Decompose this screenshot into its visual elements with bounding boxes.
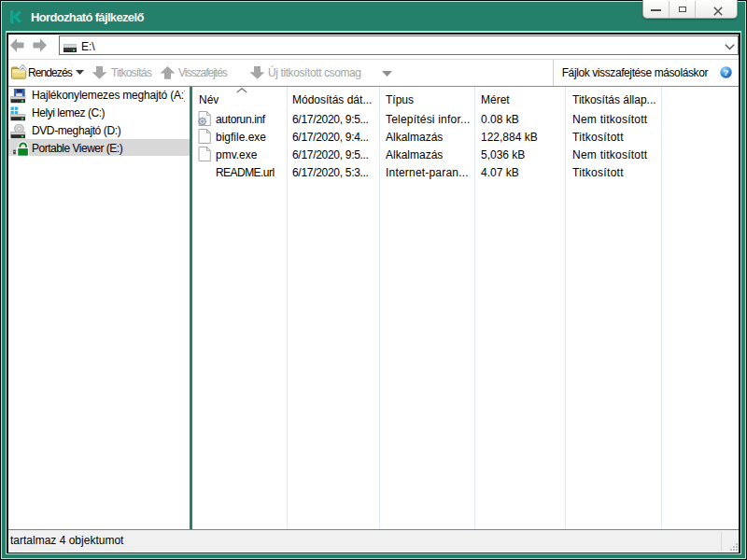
svg-text:?: ? xyxy=(723,67,728,77)
